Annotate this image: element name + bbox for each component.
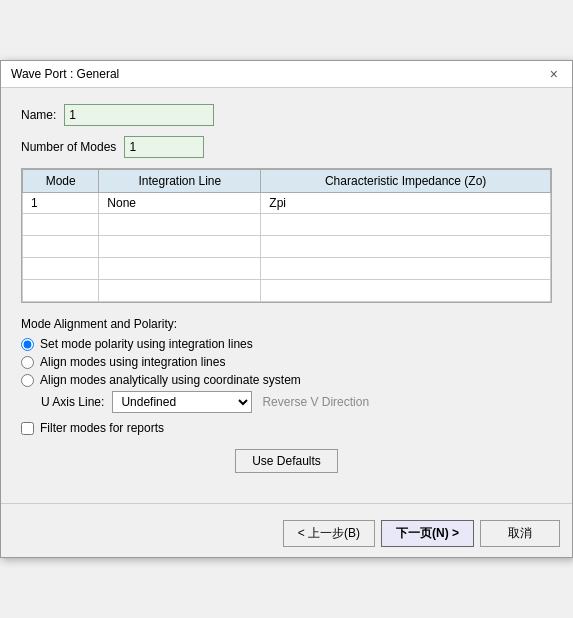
table-row[interactable]: 1 None Zpi (23, 193, 551, 214)
table-header-row: Mode Integration Line Characteristic Imp… (23, 170, 551, 193)
name-input[interactable] (64, 104, 214, 126)
col-integration-line: Integration Line (99, 170, 261, 193)
radio-align-integration[interactable] (21, 356, 34, 369)
radio-row-2: Align modes using integration lines (21, 355, 552, 369)
radio-align-analytical[interactable] (21, 374, 34, 387)
modes-table: Mode Integration Line Characteristic Imp… (22, 169, 551, 302)
radio-align-integration-label: Align modes using integration lines (40, 355, 225, 369)
radio-row-1: Set mode polarity using integration line… (21, 337, 552, 351)
modes-row: Number of Modes (21, 136, 552, 158)
axis-line-label: U Axis Line: (41, 395, 104, 409)
table-row-empty-2 (23, 236, 551, 258)
filter-checkbox-row: Filter modes for reports (21, 421, 552, 435)
cancel-button[interactable]: 取消 (480, 520, 560, 547)
cell-integration-line: None (99, 193, 261, 214)
radio-align-analytical-label: Align modes analytically using coordinat… (40, 373, 301, 387)
dialog-title: Wave Port : General (11, 67, 119, 81)
radio-row-3: Align modes analytically using coordinat… (21, 373, 552, 387)
filter-modes-label: Filter modes for reports (40, 421, 164, 435)
close-button[interactable]: × (546, 67, 562, 81)
col-characteristic-impedance: Characteristic Impedance (Zo) (261, 170, 551, 193)
table-row-empty-3 (23, 258, 551, 280)
next-button[interactable]: 下一页(N) > (381, 520, 474, 547)
filter-modes-checkbox[interactable] (21, 422, 34, 435)
radio-set-polarity-label: Set mode polarity using integration line… (40, 337, 253, 351)
radio-set-polarity[interactable] (21, 338, 34, 351)
table-row-empty-1 (23, 214, 551, 236)
dialog-content: Name: Number of Modes Mode Integration L… (1, 88, 572, 503)
table-row-empty-4 (23, 280, 551, 302)
title-bar: Wave Port : General × (1, 61, 572, 88)
col-mode: Mode (23, 170, 99, 193)
axis-line-row: U Axis Line: Undefined Reverse V Directi… (41, 391, 552, 413)
wave-port-dialog: Wave Port : General × Name: Number of Mo… (0, 60, 573, 558)
radio-group: Set mode polarity using integration line… (21, 337, 552, 387)
mode-alignment-label: Mode Alignment and Polarity: (21, 317, 552, 331)
reverse-v-direction-label: Reverse V Direction (262, 395, 369, 409)
modes-input[interactable] (124, 136, 204, 158)
back-button[interactable]: < 上一步(B) (283, 520, 375, 547)
axis-line-select[interactable]: Undefined (112, 391, 252, 413)
cell-impedance: Zpi (261, 193, 551, 214)
name-label: Name: (21, 108, 56, 122)
use-defaults-button[interactable]: Use Defaults (235, 449, 338, 473)
cell-mode: 1 (23, 193, 99, 214)
separator (1, 503, 572, 504)
modes-table-container: Mode Integration Line Characteristic Imp… (21, 168, 552, 303)
name-row: Name: (21, 104, 552, 126)
button-bar: < 上一步(B) 下一页(N) > 取消 (1, 514, 572, 557)
modes-label: Number of Modes (21, 140, 116, 154)
